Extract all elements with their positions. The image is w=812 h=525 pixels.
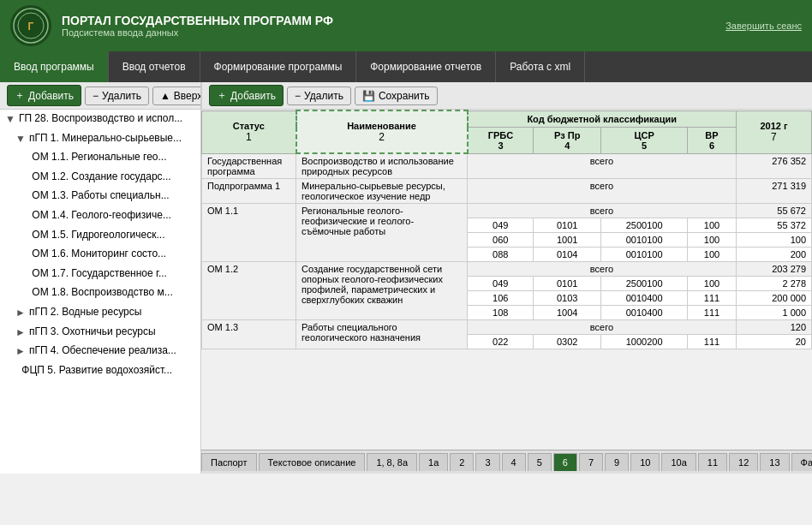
tab-files[interactable]: Файлы — [791, 453, 812, 471]
tab-formirovanie-otchetov[interactable]: Формирование отчетов — [356, 51, 496, 82]
right-remove-button[interactable]: − Удалить — [287, 87, 351, 105]
right-add-button[interactable]: ＋ Добавить — [209, 85, 284, 106]
session-link[interactable]: Завершить сеанс — [725, 21, 802, 31]
tree-arrow — [26, 190, 28, 204]
tree-item[interactable]: ► пГП 4. Обеспечение реализа... — [0, 342, 200, 361]
left-add-button[interactable]: ＋ Добавить — [7, 85, 81, 106]
cell-vr: 100 — [688, 277, 737, 291]
tree-label: ОМ 1.7. Государственное г... — [32, 267, 195, 281]
tree-arrow: ► — [15, 307, 26, 320]
cell-status: ОМ 1.2 — [202, 262, 296, 320]
tree-label: ОМ 1.4. Геолого-геофизиче... — [32, 209, 195, 223]
cell-name: Минерально-сырьевые ресурсы, геологическ… — [296, 179, 468, 204]
table-row: ОМ 1.3 Работы специального геологическог… — [202, 320, 812, 335]
tab-6[interactable]: 6 — [553, 453, 577, 471]
cell-grbs: 060 — [468, 233, 534, 248]
tree-item[interactable]: ФЦП 5. Развитие водохозяйст... — [0, 361, 200, 381]
cell-total: всего — [468, 153, 737, 179]
tree-item[interactable]: ОМ 1.1. Региональные гео... — [0, 148, 200, 168]
cell-csr: 2500100 — [601, 218, 688, 233]
tab-10a[interactable]: 10а — [661, 453, 696, 471]
cell-rzpr: 1001 — [534, 233, 601, 248]
header-text: ПОРТАЛ ГОСУДАРСТВЕННЫХ ПРОГРАММ РФ Подси… — [62, 14, 725, 38]
tab-3[interactable]: 3 — [475, 453, 499, 471]
tab-10[interactable]: 10 — [630, 453, 660, 471]
tree-item[interactable]: ОМ 1.4. Геолого-геофизиче... — [0, 206, 200, 226]
tab-2[interactable]: 2 — [450, 453, 474, 471]
tree-item[interactable]: ► пГП 2. Водные ресурсы — [0, 303, 200, 323]
tab-13[interactable]: 13 — [760, 453, 789, 471]
col-2012: 2012 г7 — [736, 110, 811, 153]
tab-tekst[interactable]: Текстовое описание — [259, 453, 366, 471]
cell-value: 271 319 — [736, 179, 811, 204]
tree-label: пГП 1. Минерально-сырьевые... — [29, 132, 195, 146]
tree-item[interactable]: ОМ 1.3. Работы специальн... — [0, 187, 200, 206]
tree-label: пГП 3. Охотничьи ресурсы — [29, 325, 195, 339]
plus-icon: ＋ — [15, 88, 25, 103]
cell-value: 203 279 — [736, 262, 811, 277]
tree-arrow — [26, 248, 28, 262]
tab-formirovanie-programmy[interactable]: Формирование программы — [200, 51, 357, 82]
table-row: ОМ 1.1 Региональные геолого-геофизически… — [202, 204, 812, 218]
tree-item[interactable]: ОМ 1.7. Государственное г... — [0, 265, 200, 284]
tab-rabota-xml[interactable]: Работа с xml — [496, 51, 585, 82]
tree-arrow — [26, 268, 28, 282]
col-status: Статус1 — [202, 110, 296, 153]
tree-label: ГП 28. Воспроизводство и испол... — [19, 112, 195, 126]
cell-vr: 111 — [688, 291, 737, 306]
tree-label: ФЦП 5. Развитие водохозяйст... — [21, 364, 195, 378]
col-vr: ВР6 — [688, 127, 737, 153]
right-toolbar: ＋ Добавить − Удалить 💾 Сохранить — [201, 82, 812, 110]
cell-value: 20 — [736, 335, 811, 349]
tree-item[interactable]: ▼ пГП 1. Минерально-сырьевые... — [0, 129, 200, 149]
cell-value: 276 352 — [736, 153, 811, 179]
plus-icon: ＋ — [217, 88, 227, 103]
cell-value: 100 — [736, 233, 811, 248]
tree-arrow — [26, 287, 28, 301]
tab-1-8-8a[interactable]: 1, 8, 8а — [367, 453, 417, 471]
tab-vvod-programmy[interactable]: Ввод программы — [0, 51, 109, 82]
tab-9[interactable]: 9 — [605, 453, 629, 471]
tree-item[interactable]: ▼ ГП 28. Воспроизводство и испол... — [0, 110, 200, 129]
left-toolbar: ＋ Добавить − Удалить ▲ Вверх — [0, 82, 200, 110]
tree-label: ОМ 1.3. Работы специальн... — [32, 189, 195, 203]
cell-grbs: 049 — [468, 277, 534, 291]
cell-vr: 100 — [688, 248, 737, 262]
table-row: Подпрограмма 1 Минерально-сырьевые ресур… — [202, 179, 812, 204]
tab-11[interactable]: 11 — [698, 453, 727, 471]
cell-grbs: 106 — [468, 291, 534, 306]
header-title: ПОРТАЛ ГОСУДАРСТВЕННЫХ ПРОГРАММ РФ — [62, 14, 725, 27]
tree-arrow — [26, 152, 28, 165]
cell-grbs: 108 — [468, 306, 534, 320]
cell-csr: 0010400 — [601, 291, 688, 306]
tree-item[interactable]: ОМ 1.8. Воспроизводство м... — [0, 283, 200, 303]
col-rzpr: Рз Пр4 — [534, 127, 601, 153]
col-name: Наименование2 — [296, 110, 468, 153]
svg-text:Г: Г — [28, 21, 34, 33]
tab-5[interactable]: 5 — [528, 453, 552, 471]
table-scroll[interactable]: Статус1 Наименование2 Код бюджетной клас… — [201, 110, 812, 450]
left-remove-button[interactable]: − Удалить — [85, 87, 149, 105]
tab-vvod-otchetov[interactable]: Ввод отчетов — [109, 51, 200, 82]
tree-item[interactable]: ОМ 1.2. Создание государс... — [0, 168, 200, 188]
tab-1a[interactable]: 1а — [419, 453, 448, 471]
tree-item[interactable]: ОМ 1.5. Гидрогеологическ... — [0, 226, 200, 246]
tree-item[interactable]: ► пГП 3. Охотничьи ресурсы — [0, 323, 200, 343]
tab-pasport[interactable]: Паспорт — [201, 453, 257, 471]
tab-12[interactable]: 12 — [729, 453, 758, 471]
tab-4[interactable]: 4 — [502, 453, 526, 471]
cell-value: 200 — [736, 248, 811, 262]
cell-grbs: 088 — [468, 248, 534, 262]
cell-name: Воспроизводство и использование природны… — [296, 153, 468, 179]
cell-value: 120 — [736, 320, 811, 335]
logo: Г — [10, 5, 51, 46]
tab-7[interactable]: 7 — [579, 453, 603, 471]
left-up-button[interactable]: ▲ Вверх — [152, 87, 201, 105]
tree-item[interactable]: ОМ 1.6. Мониторинг состо... — [0, 245, 200, 265]
right-save-button[interactable]: 💾 Сохранить — [355, 87, 438, 105]
tree-arrow: ▼ — [15, 133, 26, 146]
cell-rzpr: 1004 — [534, 306, 601, 320]
tree-arrow — [15, 365, 18, 379]
cell-status: ОМ 1.3 — [202, 320, 296, 349]
nav-tabs: Ввод программы Ввод отчетов Формирование… — [0, 51, 812, 82]
